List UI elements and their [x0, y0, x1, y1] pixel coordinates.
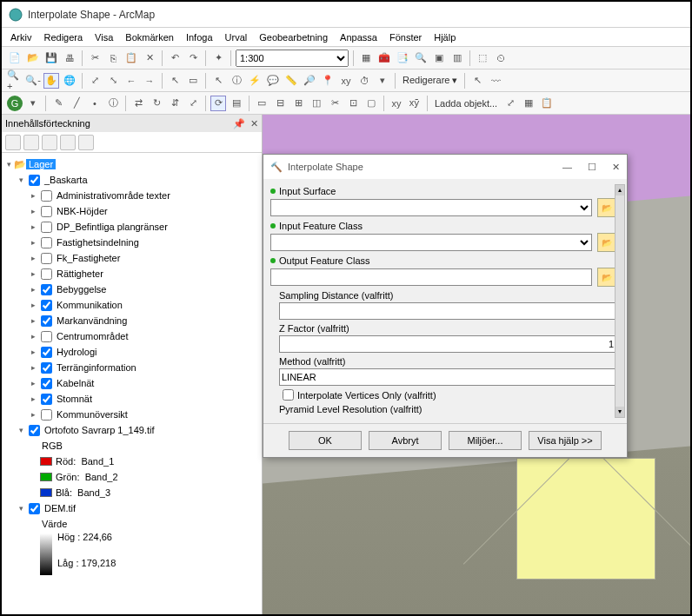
tree-layer-item[interactable]: ▸Fastighetsindelning — [3, 235, 260, 250]
paste-icon[interactable]: 📋 — [123, 50, 139, 66]
expander-icon[interactable]: ▸ — [28, 332, 38, 341]
checkbox[interactable] — [29, 175, 40, 186]
tree-layer-item[interactable]: ▸Kabelnät — [3, 375, 260, 391]
browse-button[interactable]: 📂 — [597, 198, 616, 217]
maximize-button[interactable]: ☐ — [588, 162, 596, 173]
expander-icon[interactable]: ▸ — [28, 348, 38, 356]
pan-icon[interactable]: ✋ — [43, 73, 59, 89]
reshape-icon[interactable]: ◫ — [309, 96, 324, 111]
save-icon[interactable]: 💾 — [43, 50, 59, 66]
tree-layer-item[interactable]: ▸Kommunikation — [3, 297, 260, 313]
expander-icon[interactable]: ▸ — [28, 254, 38, 262]
expander-icon[interactable]: ▸ — [28, 363, 38, 372]
catalog-icon[interactable]: 📑 — [395, 50, 410, 66]
tree-root[interactable]: ▾ 📂 Lager — [3, 156, 260, 172]
python-icon[interactable]: ▣ — [431, 50, 447, 66]
select-elements-icon[interactable]: ↖ — [210, 73, 226, 89]
expander-icon[interactable]: ▸ — [28, 410, 38, 419]
forward-icon[interactable]: → — [142, 73, 157, 89]
expander-icon[interactable]: ▸ — [28, 379, 38, 387]
expander-icon[interactable]: ▸ — [28, 394, 38, 403]
tree-layer-item[interactable]: ▸Administrativområde texter — [3, 188, 260, 203]
copy-map-icon[interactable]: ⬚ — [475, 50, 490, 66]
tree-layer-item[interactable]: ▸Stomnät — [3, 391, 260, 407]
input-feature-select[interactable] — [270, 234, 592, 251]
minimize-button[interactable]: — — [562, 162, 572, 173]
checkbox[interactable] — [41, 300, 52, 311]
menu-visa[interactable]: Visa — [95, 32, 113, 43]
browse-button[interactable]: 📂 — [597, 268, 616, 287]
menu-bokmarken[interactable]: Bokmärken — [125, 32, 174, 43]
add-data-icon[interactable]: ✦ — [210, 50, 226, 66]
checkbox[interactable] — [41, 190, 52, 202]
undo-icon[interactable]: ↶ — [167, 50, 183, 66]
environments-button[interactable]: Miljöer... — [449, 431, 522, 450]
html-popup-icon[interactable]: 💬 — [265, 73, 281, 89]
dialog-scrollbar[interactable]: ▴▾ — [615, 184, 625, 418]
expander-icon[interactable]: ▸ — [28, 222, 38, 231]
checkbox[interactable] — [41, 268, 52, 280]
clear-selection-icon[interactable]: ▭ — [185, 73, 201, 89]
method-input[interactable] — [279, 368, 616, 386]
attributes-icon[interactable]: 📋 — [539, 96, 555, 111]
output-feature-input[interactable] — [270, 268, 592, 286]
fixed-zoom-out-icon[interactable]: ⤡ — [105, 73, 121, 89]
menu-anpassa[interactable]: Anpassa — [340, 32, 377, 43]
tree-layer-item[interactable]: ▸Hydrologi — [3, 344, 260, 360]
tree-ortofoto[interactable]: ▾ Ortofoto Savrarp 1_149.tif — [3, 422, 260, 438]
options-icon[interactable] — [78, 135, 94, 150]
close-button[interactable]: ✕ — [612, 162, 620, 173]
checkbox[interactable] — [41, 347, 52, 358]
rectify-icon[interactable]: ⇄ — [130, 96, 146, 111]
expander-icon[interactable]: ▸ — [28, 191, 38, 200]
cut-icon[interactable]: ✂ — [87, 50, 103, 66]
checkbox[interactable] — [41, 253, 52, 264]
tree-layer-item[interactable]: ▸Markanvändning — [3, 313, 260, 328]
checkbox[interactable] — [41, 378, 52, 389]
full-extent-icon[interactable]: 🌐 — [62, 73, 77, 89]
tree-layer-item[interactable]: ▸Terränginformation — [3, 360, 260, 375]
checkbox[interactable] — [41, 284, 52, 295]
layer-icon[interactable]: ▤ — [229, 96, 244, 111]
zoom-in-icon[interactable]: 🔍+ — [7, 73, 23, 89]
expander-icon[interactable]: ▾ — [16, 504, 26, 513]
cancel-button[interactable]: Avbryt — [369, 431, 442, 450]
menu-geobearbetning[interactable]: Geobearbetning — [259, 32, 328, 43]
info-icon[interactable]: ⓘ — [105, 96, 121, 111]
tree-dem[interactable]: ▾ DEM.tif — [3, 500, 260, 516]
ok-button[interactable]: OK — [289, 431, 362, 450]
checkbox[interactable] — [41, 409, 52, 421]
shift-icon[interactable]: ⇵ — [167, 96, 183, 111]
point-icon[interactable]: • — [87, 96, 103, 111]
pin-icon[interactable]: 📌 — [233, 118, 245, 129]
load-objects-button[interactable]: Ladda objekt... — [432, 98, 500, 109]
list-by-selection-icon[interactable] — [60, 135, 76, 150]
sampling-input[interactable] — [279, 302, 616, 320]
fixed-zoom-in-icon[interactable]: ⤢ — [87, 73, 103, 89]
trace-icon[interactable]: 〰 — [488, 73, 503, 89]
checkbox[interactable] — [41, 315, 52, 327]
checkbox[interactable] — [29, 503, 40, 514]
checkbox[interactable] — [41, 237, 52, 248]
show-help-button[interactable]: Visa hjälp >> — [529, 431, 602, 450]
identify-icon[interactable]: ⓘ — [229, 73, 244, 89]
dropdown-icon[interactable]: ▾ — [25, 96, 41, 111]
expander-icon[interactable]: ▾ — [3, 160, 14, 169]
tree-layer-item[interactable]: ▸DP_Befintliga plangränser — [3, 219, 260, 235]
checkbox[interactable] — [41, 331, 52, 342]
menu-hjalp[interactable]: Hjälp — [434, 32, 456, 43]
delete-icon[interactable]: ✕ — [142, 50, 157, 66]
scale-icon[interactable]: ⤢ — [185, 96, 201, 111]
expand-icon[interactable]: ⤢ — [502, 96, 518, 111]
editor-toolbar-icon[interactable]: ▦ — [358, 50, 374, 66]
tree-layer-item[interactable]: ▸Rättigheter — [3, 266, 260, 282]
browse-button[interactable]: 📂 — [597, 233, 616, 252]
tree-layer-item[interactable]: ▸Kommunöversikt — [3, 407, 260, 422]
list-by-source-icon[interactable] — [23, 135, 39, 150]
list-by-drawing-icon[interactable] — [5, 135, 21, 150]
checkbox[interactable] — [41, 394, 52, 405]
tree-layer-item[interactable]: ▸NBK-Höjder — [3, 203, 260, 219]
split-icon[interactable]: ⊟ — [272, 96, 288, 111]
find-route-icon[interactable]: 📍 — [320, 73, 336, 89]
edit-vertices-icon[interactable]: ⊡ — [345, 96, 361, 111]
